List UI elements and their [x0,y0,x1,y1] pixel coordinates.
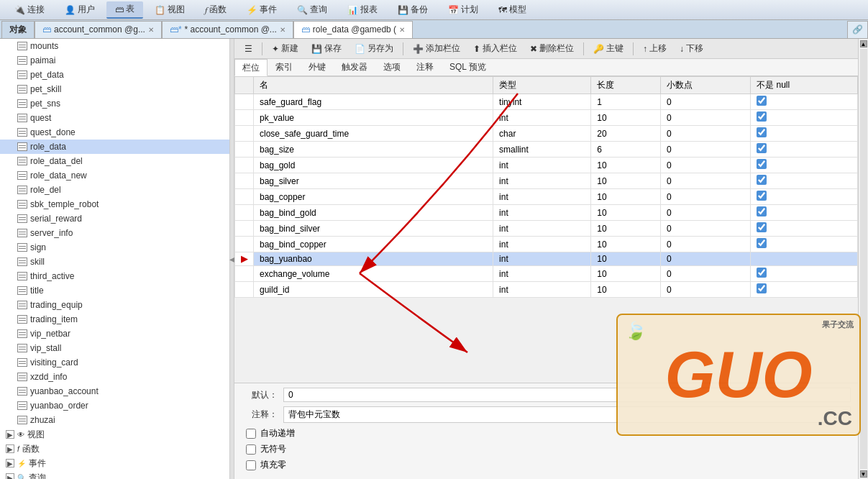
delete-col-button[interactable]: ✖ 删除栏位 [524,41,580,56]
sub-tab-columns[interactable]: 栏位 [234,59,268,76]
fill-zero-checkbox[interactable] [246,460,256,470]
table-row[interactable]: exchange_volumeint100 [235,266,858,282]
row-not-null[interactable] [751,266,858,282]
table-row[interactable]: guild_idint100 [235,282,858,298]
not-null-checkbox[interactable] [757,268,767,278]
nav-view[interactable]: 📋 视图 [146,1,193,19]
sub-tab-comment[interactable]: 注释 [408,59,442,76]
row-name[interactable]: exchange_volume [254,266,493,282]
row-not-null[interactable] [751,189,858,205]
table-row[interactable]: bag_bind_goldint100 [235,205,858,221]
sidebar-item-role_data_new[interactable]: role_data_new [0,168,229,183]
sidebar-item-sbk_temple_robot[interactable]: sbk_temple_robot [0,197,229,211]
row-name[interactable]: close_safe_guard_time [254,126,493,142]
not-null-checkbox[interactable] [757,127,767,137]
sidebar-item-role_del[interactable]: role_del [0,183,229,197]
section-function[interactable]: ▶ f 函数 [0,442,229,456]
not-null-checkbox[interactable] [757,222,767,232]
row-not-null[interactable] [751,94,858,110]
nav-model[interactable]: 🗺 模型 [490,1,535,19]
sidebar-item-paimai[interactable]: paimai [0,53,229,68]
move-down-button[interactable]: ↓ 下移 [674,41,709,56]
table-row[interactable]: bag_bind_copperint100 [235,237,858,252]
collapse-icon-function[interactable]: ▶ [6,444,14,453]
new-button[interactable]: ✦ 新建 [266,41,304,56]
row-name[interactable]: bag_copper [254,189,493,205]
row-name[interactable]: pk_value [254,110,493,126]
not-null-checkbox[interactable] [757,96,767,106]
auto-increment-checkbox[interactable] [246,429,256,439]
sidebar-item-role_data[interactable]: role_data [0,140,229,154]
sidebar-item-title[interactable]: title [0,283,229,298]
collapse-icon-view[interactable]: ▶ [6,430,14,439]
external-link-btn[interactable]: 🔗 [847,21,868,38]
sidebar-item-role_data_del[interactable]: role_data_del [0,154,229,168]
not-null-checkbox[interactable] [757,191,767,201]
row-name[interactable]: bag_bind_copper [254,237,493,252]
sidebar-item-serial_reward[interactable]: serial_reward [0,211,229,226]
section-query[interactable]: ▶ 🔍 查询 [0,470,229,479]
sidebar-item-skill[interactable]: skill [0,255,229,269]
sidebar-item-zhuzai[interactable]: zhuzai [0,413,229,427]
section-event[interactable]: ▶ ⚡ 事件 [0,456,229,470]
sub-tab-indexes[interactable]: 索引 [268,59,301,76]
nav-report[interactable]: 📊 报表 [339,1,386,19]
row-not-null[interactable] [751,252,858,266]
row-not-null[interactable] [751,282,858,298]
sidebar-item-pet_data[interactable]: pet_data [0,68,229,82]
comment-value-input[interactable]: 背包中元宝数 [283,406,851,423]
row-name[interactable]: safe_guard_flag [254,94,493,110]
sidebar-item-trading_equip[interactable]: trading_equip [0,298,229,312]
save-button[interactable]: 💾 保存 [306,41,347,56]
sidebar-item-vip_netbar[interactable]: vip_netbar [0,327,229,341]
scroll-down-btn[interactable]: ▼ [860,470,867,478]
row-not-null[interactable] [751,126,858,142]
sidebar-item-sign[interactable]: sign [0,240,229,255]
not-null-checkbox[interactable] [757,283,767,293]
sub-tab-foreign-keys[interactable]: 外键 [301,59,334,76]
row-not-null[interactable] [751,237,858,252]
row-not-null[interactable] [751,205,858,221]
nav-backup[interactable]: 💾 备份 [389,1,437,19]
not-null-checkbox[interactable] [757,238,767,248]
sidebar-item-pet_sns[interactable]: pet_sns [0,96,229,111]
saveas-button[interactable]: 📄 另存为 [349,41,399,56]
not-null-checkbox[interactable] [757,206,767,216]
nav-user[interactable]: 👤 用户 [56,1,104,19]
row-name[interactable]: bag_silver [254,173,493,189]
table-row[interactable]: ▶bag_yuanbaoint100 [235,252,858,266]
add-col-button[interactable]: ➕ 添加栏位 [407,41,466,56]
row-not-null[interactable] [751,142,858,158]
row-name[interactable]: bag_yuanbao [254,252,493,266]
menu-button[interactable]: ☰ [239,42,258,55]
nav-schedule[interactable]: 📅 计划 [439,1,487,19]
doc-tab-close-1[interactable]: ✕ [280,26,285,34]
section-view[interactable]: ▶ 👁 视图 [0,427,229,442]
nav-table[interactable]: 🗃 表 [106,1,143,19]
table-row[interactable]: bag_bind_silverint100 [235,221,858,237]
table-row[interactable]: bag_silverint100 [235,173,858,189]
sidebar-item-quest[interactable]: quest [0,111,229,125]
row-not-null[interactable] [751,110,858,126]
nav-event[interactable]: ⚡ 事件 [238,1,285,19]
not-null-checkbox[interactable] [757,143,767,153]
insert-col-button[interactable]: ⬆ 插入栏位 [467,41,523,56]
collapse-icon-query[interactable]: ▶ [6,473,14,479]
doc-tab-1[interactable]: 🗃* * account_common @... ✕ [162,21,293,38]
collapse-icon-event[interactable]: ▶ [6,459,14,467]
sub-tab-options[interactable]: 选项 [375,59,408,76]
default-value-input[interactable]: 0 [283,388,851,402]
table-row[interactable]: close_safe_guard_timechar200 [235,126,858,142]
sidebar-item-visiting_card[interactable]: visiting_card [0,355,229,370]
primary-key-button[interactable]: 🔑 主键 [588,41,629,56]
unsigned-checkbox[interactable] [246,444,256,455]
nav-connect[interactable]: 🔌 连接 [6,1,53,19]
doc-tab-0[interactable]: 🗃 account_common @g... ✕ [35,21,162,38]
not-null-checkbox[interactable] [757,159,767,169]
sidebar-item-trading_item[interactable]: trading_item [0,312,229,327]
sidebar-item-xzdd_info[interactable]: xzdd_info [0,370,229,384]
row-name[interactable]: bag_bind_gold [254,205,493,221]
doc-tab-2[interactable]: 🗃 role_data @gamedb ( ✕ [293,21,413,38]
row-name[interactable]: bag_size [254,142,493,158]
table-row[interactable]: bag_goldint100 [235,158,858,173]
